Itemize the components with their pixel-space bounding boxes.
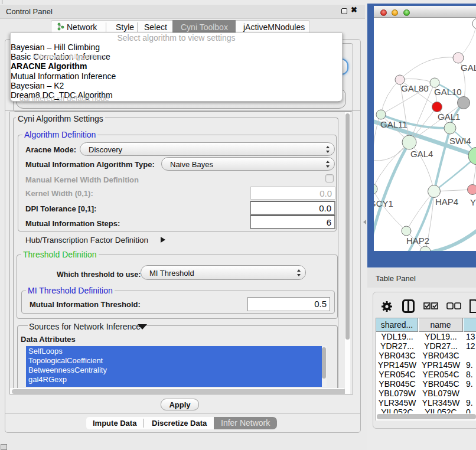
- svg-text:GCY1: GCY1: [374, 198, 393, 208]
- svg-text:HAP4: HAP4: [435, 197, 458, 207]
- svg-text:Y: Y: [470, 197, 476, 207]
- svg-text:GAL11: GAL11: [380, 119, 407, 129]
- svg-text:HAP2: HAP2: [406, 236, 429, 246]
- svg-text:GAL80: GAL80: [401, 83, 429, 93]
- svg-text:SWI4: SWI4: [449, 136, 471, 146]
- svg-text:GAL10: GAL10: [434, 87, 462, 97]
- svg-text:GAL4: GAL4: [410, 149, 433, 159]
- svg-text:GAL7: GAL7: [461, 63, 476, 73]
- svg-text:GAL1: GAL1: [438, 112, 460, 122]
